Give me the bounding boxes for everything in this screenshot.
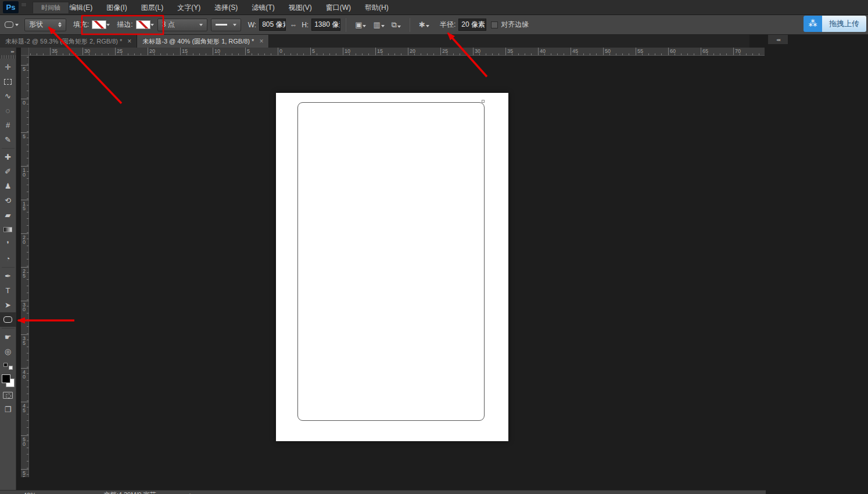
status-options-arrow-icon[interactable]: ▶ xyxy=(190,492,194,494)
menu-bar: Ps 文件(F)编辑(E)图像(I)图层(L)文字(Y)选择(S)滤镜(T)视图… xyxy=(0,0,868,15)
foreground-background-colors[interactable] xyxy=(1,373,16,388)
ruler-tick xyxy=(27,461,28,461)
quick-mask-button[interactable] xyxy=(1,388,16,402)
tab-untitled-2[interactable]: 未标题-2 @ 59.3% (圆角矩形 2, RGB/8) *× xyxy=(0,35,137,48)
eraser-tool[interactable]: ▰ xyxy=(1,208,16,222)
menu-select[interactable]: 选择(S) xyxy=(207,0,245,15)
ruler-tick xyxy=(238,53,239,55)
tools-panel: ▸▸ ✛∿◌#✎✚✐♟⟲▰❜◔✒T➤☛◎❐ xyxy=(0,48,16,490)
clone-stamp-tool[interactable]: ♟ xyxy=(1,179,16,193)
ruler-tick xyxy=(368,53,369,55)
hand-tool[interactable]: ☛ xyxy=(1,330,16,344)
menu-type[interactable]: 文字(Y) xyxy=(170,0,207,15)
link-dimensions-icon[interactable]: ⇔ xyxy=(289,20,297,29)
pen-tool[interactable]: ✒ xyxy=(1,269,16,283)
ruler-tick xyxy=(27,347,28,347)
collapse-panels-icon[interactable]: ◂◂ xyxy=(768,35,788,44)
menu-view[interactable]: 视图(V) xyxy=(282,0,319,15)
ruler-tick xyxy=(148,48,148,55)
ruler-label: 40 xyxy=(540,48,546,54)
ruler-tick xyxy=(492,53,493,55)
ruler-tick xyxy=(27,279,28,280)
menu-layer[interactable]: 图层(L) xyxy=(134,0,171,15)
ruler-tick xyxy=(388,53,389,55)
align-edges-checkbox[interactable] xyxy=(491,21,498,28)
tool-options-bar: 形状 填充: 描边: 3 点 W: 805 像素 ⇔ H: 1380 像素 ▣ … xyxy=(0,15,868,35)
path-selection-tool[interactable]: ➤ xyxy=(1,298,16,312)
ruler-tick xyxy=(21,334,28,335)
ruler-tick xyxy=(668,48,669,55)
menu-image[interactable]: 图像(I) xyxy=(99,0,134,15)
path-operations-button[interactable]: ▣ xyxy=(355,20,366,29)
fill-swatch-no-color[interactable] xyxy=(92,20,106,29)
foreground-color-swatch[interactable] xyxy=(2,374,10,383)
tab-close-icon[interactable]: × xyxy=(127,37,131,45)
stroke-width-select[interactable]: 3 点 xyxy=(157,19,207,31)
shape-mode-select[interactable]: 形状 xyxy=(24,19,66,31)
history-brush-tool[interactable]: ⟲ xyxy=(1,193,16,208)
rectangular-marquee-tool[interactable] xyxy=(1,74,16,89)
screen-mode-button[interactable]: ❐ xyxy=(1,402,16,417)
ruler-tick xyxy=(21,200,28,200)
zoom-level-field[interactable]: 40% xyxy=(23,492,36,494)
menu-filter[interactable]: 滤镜(T) xyxy=(245,0,281,15)
crop-tool[interactable]: # xyxy=(1,118,16,132)
status-bar: 40% ◔ 文档:4.29M/0 字节 ▶ xyxy=(0,490,766,494)
ruler-label: 25 xyxy=(442,48,448,54)
ruler-tick xyxy=(252,53,252,55)
ruler-tick xyxy=(531,53,532,55)
tab-untitled-3[interactable]: 未标题-3 @ 40% (圆角矩形 1, RGB/8) *× xyxy=(137,35,269,48)
ruler-tick xyxy=(27,387,28,387)
move-tool[interactable]: ✛ xyxy=(1,60,16,74)
stroke-swatch-no-color[interactable] xyxy=(136,20,150,29)
ruler-label: 30 xyxy=(84,48,90,54)
brush-tool[interactable]: ✐ xyxy=(1,164,16,179)
ruler-label: 0 xyxy=(279,48,282,54)
ruler-tick xyxy=(30,53,31,55)
ruler-tick xyxy=(27,124,28,125)
radius-field[interactable]: 20 像素 xyxy=(458,19,486,31)
ruler-tick xyxy=(759,53,759,55)
ruler-tick xyxy=(27,286,28,286)
shape-width-field[interactable]: 805 像素 xyxy=(259,19,286,31)
path-arrangement-button[interactable]: ⧉ xyxy=(392,20,401,30)
ruler-tick xyxy=(27,178,28,179)
menu-window[interactable]: 窗口(W) xyxy=(319,0,358,15)
ruler-tick xyxy=(83,48,83,55)
drag-upload-button[interactable]: ⁂ 拖拽上传 xyxy=(804,16,866,32)
ruler-tick xyxy=(173,53,174,55)
blur-tool[interactable]: ❜ xyxy=(1,237,16,251)
ruler-tick xyxy=(27,232,28,233)
swap-colors-icon[interactable] xyxy=(1,359,16,373)
ruler-label: 55 xyxy=(23,471,27,477)
quick-selection-tool[interactable]: ◌ xyxy=(1,103,16,118)
spot-healing-brush-tool[interactable]: ✚ xyxy=(1,150,16,164)
ruler-tick xyxy=(21,368,28,369)
fill-label: 填充: xyxy=(73,20,89,30)
menu-help[interactable]: 帮助(H) xyxy=(358,0,396,15)
dodge-tool[interactable]: ◔ xyxy=(1,251,16,266)
chevron-down-icon[interactable] xyxy=(150,24,154,28)
ruler-tick xyxy=(629,53,629,55)
chevron-down-icon[interactable] xyxy=(106,24,110,28)
ruler-tick xyxy=(102,53,102,55)
eyedropper-tool[interactable]: ✎ xyxy=(1,132,16,147)
rounded-rectangle-shape[interactable] xyxy=(297,102,485,421)
ruler-tick xyxy=(720,53,720,55)
document-profile-icon[interactable]: ◔ xyxy=(64,492,68,494)
lasso-tool[interactable]: ∿ xyxy=(1,89,16,103)
ruler-tick xyxy=(21,166,28,167)
rounded-rectangle-tool[interactable] xyxy=(0,312,16,327)
toolbar-collapse-icon[interactable]: ▸▸ xyxy=(0,48,16,55)
gradient-tool[interactable] xyxy=(1,222,16,237)
zoom-tool[interactable]: ◎ xyxy=(1,344,16,359)
stroke-style-select[interactable] xyxy=(211,19,241,31)
photoshop-logo: Ps xyxy=(3,1,19,13)
tab-close-icon[interactable]: × xyxy=(259,37,263,45)
path-alignment-button[interactable]: ▥ xyxy=(373,20,384,29)
ruler-tick xyxy=(193,53,193,55)
type-tool[interactable]: T xyxy=(1,283,16,298)
tool-preset-picker[interactable] xyxy=(5,21,19,28)
shape-height-field[interactable]: 1380 像素 xyxy=(311,19,340,31)
gear-icon[interactable]: ✱ xyxy=(419,20,429,29)
